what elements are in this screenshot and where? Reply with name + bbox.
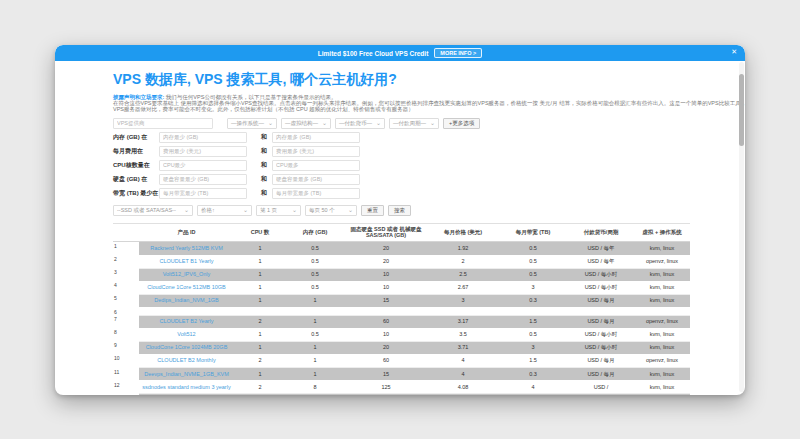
bandwidth-max-input[interactable] [272,188,360,199]
cell-bandwidth: 1.5 [498,315,568,328]
header-product-id[interactable]: 产品 ID [139,223,234,242]
cell-payment: USD / 每小时 [568,341,634,354]
product-link[interactable]: CloudCone 1Core 512MB 10GB [147,284,226,290]
row-number: 7 [113,315,139,328]
cell-virtualization-os: openvz, linux [634,315,690,328]
header-virtualization-os[interactable]: 虚拟 + 操作系统 [634,223,690,242]
more-options-button[interactable]: +更多选项 [443,118,480,129]
cell-memory: 8 [286,381,344,394]
provider-input[interactable] [113,118,213,129]
currency-select[interactable]: —付款货币— ⌄ [335,118,385,129]
cell-payment [568,308,634,316]
row-number: 9 [113,341,139,354]
header-price[interactable]: 每月价格 (美元) [428,223,498,242]
cell-product-id: Volt512 [139,328,234,341]
chevron-down-icon: ⌄ [184,208,189,212]
header-payment[interactable]: 付款货币/周期 [568,223,634,242]
cell-cpu: 1 [234,242,286,255]
cell-payment: USD / 每小时 [568,268,634,281]
table-row: 4CloudCone 1Core 512MB 10GB10.5102.673US… [113,281,690,294]
os-select[interactable]: —操作系统— ⌄ [227,118,277,129]
cpu-filter-label: CPU核数量在 [113,161,159,170]
product-link[interactable]: Volt512 [177,331,195,337]
sort-select[interactable]: 价格↑ ⌄ [197,205,252,216]
price-min-input[interactable] [159,146,247,157]
product-link[interactable]: CLOUDLET B2 Yearly [159,318,213,324]
cpu-max-input[interactable] [272,160,360,171]
price-max-input[interactable] [272,146,360,157]
memory-min-input[interactable] [159,132,247,143]
header-bandwidth[interactable]: 每月带宽 (TB) [498,223,568,242]
cell-product-id: Dedips_Indian_NVM_1GB [139,294,234,307]
per-page-select[interactable]: 每页 50 个 ⌄ [305,205,357,216]
scrollbar-thumb[interactable] [739,74,744,146]
cell-cpu: 1 [234,368,286,381]
bandwidth-filter-label: 带宽 (TB) 最少在 [113,189,159,198]
chevron-down-icon: ⌄ [376,121,381,125]
cell-bandwidth: 0.5 [498,268,568,281]
table-row: 3Volt512_IPV6_Only10.5102.50.5USD / 每小时k… [113,268,690,281]
cell-memory: 1 [286,354,344,367]
cell-memory: 1 [286,315,344,328]
cell-price: 4.17 [428,394,498,395]
virtualization-select[interactable]: —虚拟结构— ⌄ [281,118,331,129]
cell-price: 4 [428,368,498,381]
product-link[interactable]: ssdnodes standard medium 3 yearly [142,384,230,390]
product-link[interactable]: Racknerd Yearly 512MB KVM [150,245,222,251]
cell-disk: 20 [344,242,428,255]
cell-virtualization-os: kvm, linux [634,281,690,294]
and-label: 和 [261,147,267,156]
cell-virtualization-os: kvm, linux [634,368,690,381]
row-number: 6 [113,308,139,316]
cell-price: 3 [428,294,498,307]
and-label: 和 [261,133,267,142]
chevron-down-icon: ⌄ [348,208,353,212]
cell-memory: 1 [286,341,344,354]
product-link[interactable]: Dedips_Indian_NVM_1GB [154,297,219,303]
more-info-button[interactable]: MORE INFO > [434,48,482,58]
cell-price: 4 [428,354,498,367]
header-disk[interactable]: 固态硬盘 SSD 或者 机械硬盘 SAS/SATA (GB) [344,223,428,242]
cell-disk: 15 [344,368,428,381]
header-cpu[interactable]: CPU 数 [234,223,286,242]
product-link[interactable]: Deevps_Indian_NVME_1GB_KVM [144,371,229,377]
and-label: 和 [261,189,267,198]
cell-disk: 125 [344,381,428,394]
disk-filter-label: 硬盘 (GB) 在 [113,175,159,184]
header-memory[interactable]: 内存 (GB) [286,223,344,242]
disk-max-input[interactable] [272,174,360,185]
billing-cycle-select[interactable]: —付款周期— ⌄ [389,118,439,129]
page-select[interactable]: 第 1 页 ⌄ [256,205,301,216]
row-number: 12 [113,381,139,394]
row-number-header [113,223,139,242]
cell-memory: 0.5 [286,328,344,341]
product-link[interactable]: CLOUDLET B2 Monthly [157,357,215,363]
memory-max-input[interactable] [272,132,360,143]
cell-disk: 15 [344,294,428,307]
vertical-scrollbar[interactable] [739,62,744,392]
cell-cpu: 3 [234,394,286,395]
cpu-min-input[interactable] [159,160,247,171]
filter-row-memory: 内存 (GB) 在 和 [113,132,690,143]
product-link[interactable]: CloudCone 1Core 1024MB 20GB [146,344,228,350]
close-icon[interactable]: ✕ [731,48,737,56]
disk-min-input[interactable] [159,174,247,185]
cell-payment: USD / 每年 [568,394,634,395]
cell-payment: USD / [568,381,634,394]
table-row: 11Deevps_Indian_NVME_1GB_KVM111540.3USD … [113,368,690,381]
search-button[interactable]: 搜索 [388,205,411,216]
cell-bandwidth: 0.3 [498,294,568,307]
bandwidth-min-input[interactable] [159,188,247,199]
row-number: 4 [113,281,139,294]
filter-row-disk: 硬盘 (GB) 在 和 [113,174,690,185]
cell-bandwidth: 0.5 [498,255,568,268]
row-number: 13 [113,394,139,395]
product-link[interactable]: CLOUDLET B1 Yearly [159,258,213,264]
disk-type-select[interactable]: --SSD 或者 SATA/SAS-- ⌄ [113,205,193,216]
cell-bandwidth [498,308,568,316]
chevron-down-icon: ⌄ [430,121,435,125]
product-link[interactable]: Volt512_IPV6_Only [163,271,211,277]
reset-button[interactable]: 重置 [361,205,384,216]
page-content: VPS 数据库, VPS 搜索工具, 哪个云主机好用? 披露声明和立场要求: 我… [55,61,745,395]
cell-virtualization-os: kvm, linux [634,328,690,341]
